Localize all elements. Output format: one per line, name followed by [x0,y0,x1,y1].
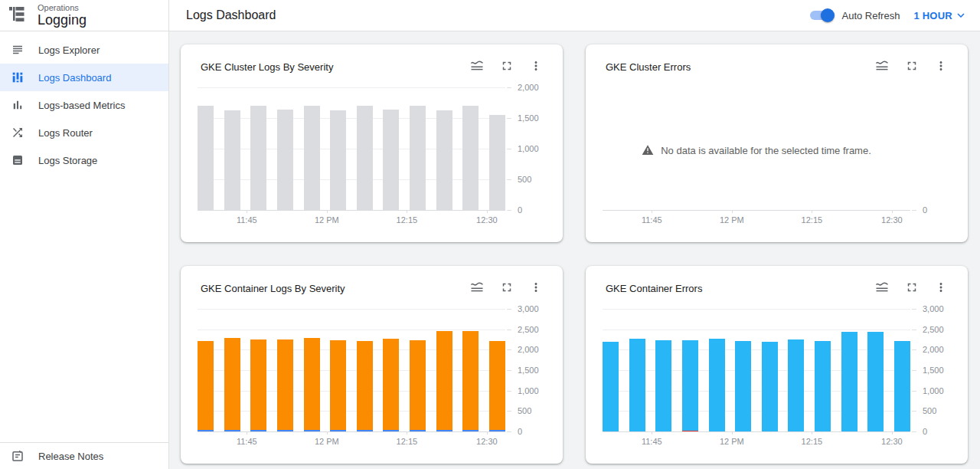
x-axis-label: 12:15 [802,215,823,225]
more-options-button[interactable] [934,59,948,75]
bar-segment-error [709,339,725,431]
bar[interactable] [436,331,452,431]
y-axis-label: 3,000 [923,304,969,313]
x-tick [652,431,652,435]
chart-title: GKE Container Logs By Severity [201,283,345,294]
x-axis-label: 11:45 [642,215,662,225]
bar[interactable] [250,339,266,431]
fullscreen-button[interactable] [905,280,919,297]
bar[interactable] [489,115,505,210]
sidebar-item-label: Logs Explorer [38,44,100,56]
y-tick [507,370,511,371]
chart-plot: 05001,0001,5002,00011:4512 PM12:1512:30 [198,87,505,210]
warning-icon [642,144,654,156]
bar[interactable] [357,341,373,431]
y-tick [507,330,511,330]
y-axis-label: 500 [923,406,969,415]
bar[interactable] [815,341,831,431]
auto-refresh-toggle[interactable] [810,11,833,20]
more-options-button[interactable] [934,280,948,297]
sidebar-item-release-notes[interactable]: Release Notes [0,443,168,469]
more-options-button[interactable] [529,59,543,75]
bar[interactable] [629,339,645,431]
bar[interactable] [198,341,214,431]
bar[interactable] [304,106,320,210]
y-axis-label: 0 [518,205,564,215]
x-axis-label: 11:45 [642,437,662,446]
bar[interactable] [462,331,479,431]
bar-segment-error [867,332,884,431]
y-axis-label: 1,500 [518,113,564,123]
sidebar-item-logs-explorer[interactable]: Logs Explorer [0,36,168,64]
bar[interactable] [383,110,399,210]
bar[interactable] [410,106,426,210]
more-options-button[interactable] [529,280,543,297]
y-tick [507,149,511,149]
product-name: Logging [38,12,87,28]
sidebar-item-logs-dashboard[interactable]: Logs Dashboard [0,64,168,91]
bar-segment-default [198,341,214,430]
logs-based-metrics-icon [10,97,25,113]
x-tick [732,210,733,213]
bar-segment-error [357,430,373,431]
sidebar-item-logs-based-metrics[interactable]: Logs-based Metrics [0,91,168,119]
fullscreen-button[interactable] [500,280,514,297]
gridline [603,431,910,432]
bar[interactable] [198,106,214,210]
bar[interactable] [410,340,426,431]
chart-mode-button[interactable] [469,58,485,76]
y-axis-label: 0 [923,427,969,436]
y-tick [507,87,511,88]
gridline [198,431,505,432]
bar[interactable] [894,341,910,431]
chart-mode-button[interactable] [874,280,890,297]
logs-storage-icon [10,153,25,168]
bar[interactable] [655,340,671,431]
bar-segment-default [462,331,479,430]
y-tick [912,431,916,432]
bar[interactable] [436,110,452,210]
sidebar-item-label: Release Notes [38,451,103,462]
bar[interactable] [330,110,346,210]
bar[interactable] [357,106,373,210]
bar-segment-default [277,339,293,430]
bar[interactable] [735,341,751,431]
x-tick [652,210,652,213]
chart-mode-button[interactable] [469,280,485,297]
bar[interactable] [304,338,320,431]
y-tick [507,431,511,432]
fullscreen-button[interactable] [500,59,514,75]
bar[interactable] [709,339,725,431]
bar[interactable] [788,339,804,431]
bar[interactable] [277,110,293,210]
x-axis-label: 12:15 [802,437,823,446]
bar[interactable] [489,341,505,431]
bar-segment-logs [357,106,373,210]
bar[interactable] [762,342,778,431]
bar[interactable] [330,340,346,431]
sidebar-nav: Logs Explorer Logs Dashboard [0,31,168,174]
bar[interactable] [841,332,858,431]
y-axis-label: 0 [518,427,564,436]
y-axis-label: 1,000 [518,144,564,153]
bar[interactable] [383,339,399,431]
bar[interactable] [224,338,240,431]
fullscreen-button[interactable] [905,59,919,75]
y-axis-label: 1,000 [923,386,969,395]
bar[interactable] [277,339,293,431]
chevron-down-icon [954,8,968,22]
bar[interactable] [682,340,698,431]
bar-segment-default [357,341,373,430]
bar[interactable] [603,342,619,431]
bar[interactable] [462,106,479,210]
sidebar-item-logs-storage[interactable]: Logs Storage [0,146,168,174]
bar[interactable] [250,106,266,210]
bar[interactable] [867,332,884,431]
sidebar-item-logs-router[interactable]: Logs Router [0,119,168,146]
chart-mode-button[interactable] [874,58,890,76]
x-tick [487,210,488,213]
bar-segment-logs [383,110,399,210]
time-range-dropdown[interactable]: 1 HOUR [913,8,968,22]
chart-title: GKE Cluster Logs By Severity [201,61,333,73]
bar[interactable] [224,110,240,210]
